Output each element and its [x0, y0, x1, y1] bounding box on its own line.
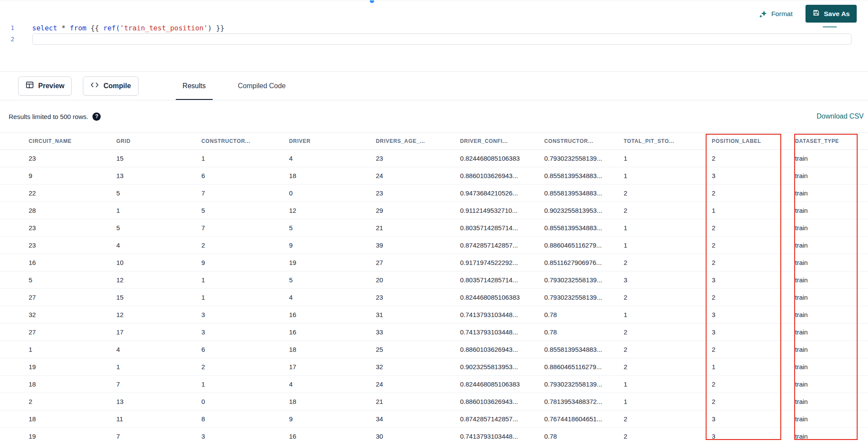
table-cell: 3: [201, 306, 289, 324]
table-cell: 16: [289, 306, 376, 324]
table-cell: 0.7674418604651...: [544, 410, 624, 428]
table-cell: 1: [624, 376, 712, 393]
sql-statement: select * from {{ ref('train_test_positio…: [20, 24, 224, 32]
table-cell: train: [795, 254, 868, 271]
table-cell: train: [795, 237, 868, 254]
table-cell: 2: [624, 428, 712, 443]
results-table-body: 231514230.8244680851063830.7930232558139…: [0, 150, 868, 443]
table-cell: 5: [0, 271, 116, 289]
table-row: 191217320.9023255813953...0.886046511627…: [0, 358, 868, 376]
active-line-box[interactable]: [32, 33, 852, 45]
table-row: 23429390.8742857142857...0.8860465116279…: [0, 237, 868, 254]
table-cell: 0.8558139534883...: [544, 167, 624, 185]
table-cell: train: [795, 341, 868, 358]
format-label: Format: [771, 10, 792, 18]
table-cell: 0.78: [544, 306, 624, 324]
table-cell: 13: [116, 393, 201, 410]
table-cell: 7: [116, 428, 201, 443]
table-cell: 1: [712, 358, 795, 376]
column-header-6: DRIVER_CONFI...: [460, 133, 544, 150]
table-cell: 0.7413793103448...: [460, 306, 544, 324]
table-cell: 18: [0, 376, 116, 393]
table-cell: 0.7930232558139...: [544, 289, 624, 306]
table-cell: 27: [0, 289, 116, 306]
table-cell: 3: [712, 428, 795, 443]
table-cell: 15: [116, 150, 201, 167]
table-cell: 0.7930232558139...: [544, 376, 624, 393]
table-row: 181189340.8742857142857...0.767441860465…: [0, 410, 868, 428]
table-cell: 21: [376, 393, 460, 410]
tab-compiled-code[interactable]: Compiled Code: [227, 72, 297, 100]
table-cell: 2: [201, 237, 289, 254]
preview-button[interactable]: Preview: [18, 76, 72, 96]
code-area[interactable]: 1 select * from {{ ref('train_test_posit…: [0, 22, 868, 45]
table-cell: 2: [201, 358, 289, 376]
table-cell: 0.78: [544, 324, 624, 341]
table-cell: 0.7413793103448...: [460, 324, 544, 341]
table-cell: 2: [624, 289, 712, 306]
download-csv-link[interactable]: Download CSV: [817, 112, 864, 120]
sql-editor[interactable]: Format Save As 1 select * from {{ ref('t…: [0, 0, 868, 72]
table-cell: 18: [0, 410, 116, 428]
table-cell: 4: [289, 150, 376, 167]
sql-function: ref(: [103, 24, 120, 32]
table-cell: 0.8860465116279...: [544, 237, 624, 254]
column-header-7: CONSTRUCTOR...: [544, 133, 624, 150]
table-cell: 23: [376, 185, 460, 202]
table-cell: 0: [289, 185, 376, 202]
table-row: 23575210.8035714285714...0.8558139534883…: [0, 219, 868, 237]
table-cell: 18: [289, 341, 376, 358]
table-cell: 29: [376, 202, 460, 219]
table-cell: 0.8860465116279...: [544, 358, 624, 376]
table-cell: 16: [289, 324, 376, 341]
table-cell: train: [795, 358, 868, 376]
sql-keyword: select: [32, 24, 57, 32]
help-icon[interactable]: ?: [92, 112, 101, 121]
results-table: CIRCUIT_NAMEGRIDCONSTRUCTOR...DRIVERDRIV…: [0, 132, 868, 443]
code-line-2[interactable]: 2: [0, 33, 868, 45]
compile-button[interactable]: Compile: [83, 76, 138, 96]
table-cell: 1: [201, 150, 289, 167]
table-cell: 2: [624, 341, 712, 358]
table-cell: 1: [624, 306, 712, 324]
table-cell: 5: [116, 219, 201, 237]
table-cell: 0.8742857142857...: [460, 410, 544, 428]
table-cell: train: [795, 306, 868, 324]
tab-compiled-code-label: Compiled Code: [238, 82, 286, 90]
table-cell: 2: [624, 202, 712, 219]
table-cell: 3: [201, 324, 289, 341]
table-cell: 0.7413793103448...: [460, 428, 544, 443]
table-cell: train: [795, 289, 868, 306]
table-cell: train: [795, 219, 868, 237]
table-row: 1610919270.9171974522292...0.85116279069…: [0, 254, 868, 271]
table-cell: 12: [116, 271, 201, 289]
save-as-button[interactable]: Save As: [806, 5, 857, 23]
table-row: 913618240.8860103626943...0.855813953488…: [0, 167, 868, 185]
table-cell: 24: [376, 376, 460, 393]
table-cell: 0.7813953488372...: [544, 393, 624, 410]
table-cell: 18: [289, 393, 376, 410]
table-cell: 1: [712, 202, 795, 219]
compile-label: Compile: [103, 82, 131, 90]
table-cell: 17: [116, 324, 201, 341]
format-button[interactable]: Format: [759, 10, 792, 18]
table-cell: 23: [0, 237, 116, 254]
code-line-1[interactable]: 1 select * from {{ ref('train_test_posit…: [0, 22, 868, 33]
table-cell: 9: [289, 410, 376, 428]
table-cell: 30: [376, 428, 460, 443]
table-cell: train: [795, 393, 868, 410]
table-cell: 3: [201, 428, 289, 443]
results-tabs: Results Compiled Code: [171, 72, 297, 100]
table-cell: 1: [624, 393, 712, 410]
code-icon: [90, 81, 99, 91]
table-cell: 2: [712, 150, 795, 167]
table-cell: 2: [624, 254, 712, 271]
table-cell: 8: [201, 410, 289, 428]
tab-results[interactable]: Results: [171, 72, 217, 100]
table-cell: train: [795, 376, 868, 393]
table-cell: 0.824468085106383: [460, 150, 544, 167]
table-cell: 2: [712, 393, 795, 410]
column-header-8: TOTAL_PIT_STO...: [624, 133, 712, 150]
table-cell: 0.824468085106383: [460, 376, 544, 393]
table-row: 3212316310.7413793103448...0.7813train: [0, 306, 868, 324]
